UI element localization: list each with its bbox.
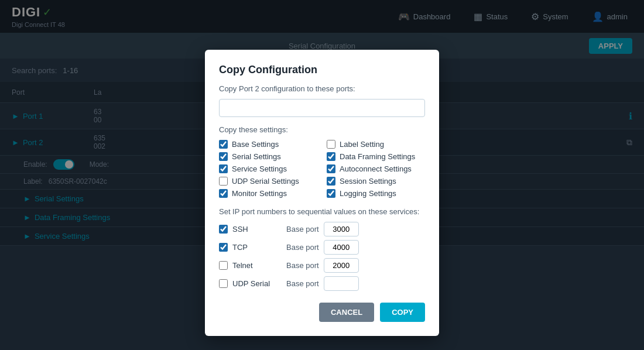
modal-actions: CANCEL COPY	[219, 303, 425, 322]
checkbox-logging-input[interactable]	[327, 189, 335, 198]
checkbox-session[interactable]: Session Settings	[327, 177, 425, 186]
ip-ssh-label: SSH	[232, 225, 279, 234]
checkbox-base-label: Base Settings	[232, 140, 279, 149]
ip-telnet-checkbox[interactable]	[219, 261, 228, 270]
checkbox-session-input[interactable]	[327, 177, 335, 186]
ip-ssh-port-input[interactable]	[324, 222, 359, 236]
checkbox-udpserial-label: UDP Serial Settings	[232, 177, 299, 186]
ip-udpserial-checkbox[interactable]	[219, 279, 228, 288]
ip-row-telnet: Telnet Base port	[219, 258, 425, 273]
ip-tcp-port-label: Base port	[286, 243, 319, 252]
checkbox-base-input[interactable]	[219, 140, 228, 149]
ip-services-list: SSH Base port TCP Base port Telnet Base …	[219, 222, 425, 291]
checkbox-udpserial-input[interactable]	[219, 177, 228, 186]
ip-udpserial-port-input[interactable]	[324, 276, 359, 291]
ip-ssh-port-label: Base port	[286, 225, 319, 234]
checkbox-autoconnect[interactable]: Autoconnect Settings	[327, 164, 425, 173]
ports-input[interactable]	[219, 99, 425, 117]
settings-copy-label: Copy these settings:	[219, 125, 425, 134]
cancel-button[interactable]: CANCEL	[319, 303, 374, 322]
checkbox-label-setting[interactable]: Label Setting	[327, 140, 425, 149]
checkbox-udp-serial[interactable]: UDP Serial Settings	[219, 177, 317, 186]
checkbox-logging-label: Logging Settings	[340, 189, 396, 198]
checkbox-serial-input[interactable]	[219, 152, 228, 161]
checkbox-service-label: Service Settings	[232, 164, 287, 173]
ip-udpserial-label: UDP Serial	[232, 279, 279, 288]
checkbox-serial-settings[interactable]: Serial Settings	[219, 152, 317, 161]
checkbox-monitor[interactable]: Monitor Settings	[219, 189, 317, 198]
checkbox-service-settings[interactable]: Service Settings	[219, 164, 317, 173]
checkbox-autoconnect-input[interactable]	[327, 164, 335, 173]
ip-row-ssh: SSH Base port	[219, 222, 425, 236]
modal-subtitle: Copy Port 2 configuration to these ports…	[219, 84, 425, 93]
checkbox-dataframing-label: Data Framing Settings	[340, 152, 415, 161]
checkbox-base-settings[interactable]: Base Settings	[219, 140, 317, 149]
checkbox-label-text: Label Setting	[340, 140, 384, 149]
copy-button[interactable]: COPY	[380, 303, 425, 322]
checkbox-autoconnect-label: Autoconnect Settings	[340, 164, 412, 173]
ip-ssh-checkbox[interactable]	[219, 225, 228, 234]
checkbox-service-input[interactable]	[219, 164, 228, 173]
ip-tcp-label: TCP	[232, 243, 279, 252]
checkbox-session-label: Session Settings	[340, 177, 396, 186]
ip-telnet-port-input[interactable]	[324, 258, 359, 273]
ip-section-label: Set IP port numbers to sequential values…	[219, 207, 425, 216]
ip-telnet-port-label: Base port	[286, 261, 319, 270]
ip-telnet-label: Telnet	[232, 261, 279, 270]
checkbox-monitor-input[interactable]	[219, 189, 228, 198]
ip-udpserial-port-label: Base port	[286, 279, 319, 288]
checkbox-data-framing[interactable]: Data Framing Settings	[327, 152, 425, 161]
modal-title: Copy Configuration	[219, 64, 425, 76]
ip-tcp-port-input[interactable]	[324, 240, 359, 255]
checkbox-monitor-label: Monitor Settings	[232, 189, 287, 198]
checkbox-serial-label: Serial Settings	[232, 152, 281, 161]
checkboxes-grid: Base Settings Label Setting Serial Setti…	[219, 140, 425, 198]
modal-overlay: Copy Configuration Copy Port 2 configura…	[0, 0, 644, 350]
checkbox-label-input[interactable]	[327, 140, 335, 149]
ip-row-udpserial: UDP Serial Base port	[219, 276, 425, 291]
checkbox-dataframing-input[interactable]	[327, 152, 335, 161]
checkbox-logging[interactable]: Logging Settings	[327, 189, 425, 198]
ip-tcp-checkbox[interactable]	[219, 243, 228, 252]
ip-row-tcp: TCP Base port	[219, 240, 425, 255]
copy-config-modal: Copy Configuration Copy Port 2 configura…	[205, 50, 439, 336]
